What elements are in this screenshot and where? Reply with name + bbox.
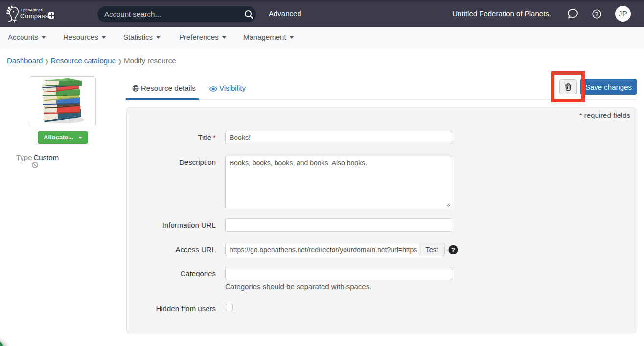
svg-text:?: ? <box>595 10 599 18</box>
svg-text:?: ? <box>451 246 455 254</box>
